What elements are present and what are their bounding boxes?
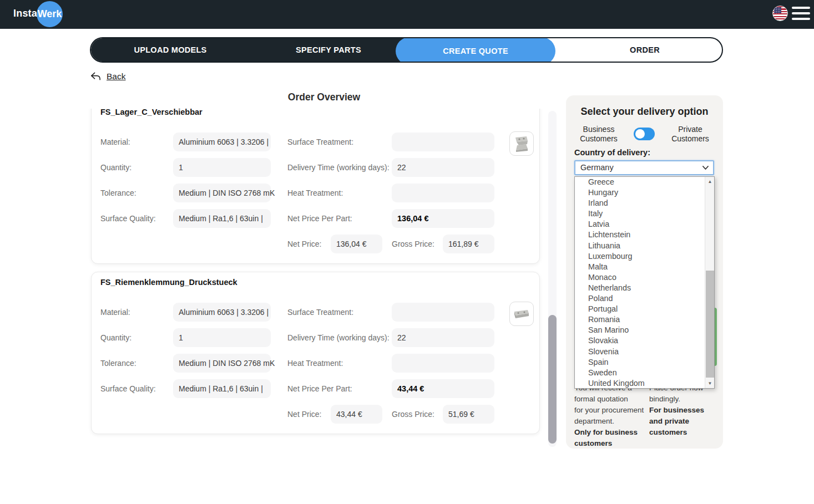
gross-price-label: Gross Price:: [392, 405, 434, 424]
back-arrow-icon: [90, 71, 102, 82]
brand-text-werk: Werk: [38, 8, 62, 19]
flag-canton: [774, 7, 781, 13]
country-option[interactable]: Spain: [575, 357, 705, 368]
part-thumbnail[interactable]: [509, 131, 534, 156]
quantity-label: Quantity:: [100, 158, 132, 177]
material-label: Material:: [100, 133, 130, 151]
info-line: and private: [649, 416, 716, 427]
surface-treatment-field[interactable]: [392, 133, 494, 151]
info-line: For businesses: [649, 405, 716, 416]
country-option[interactable]: Monaco: [575, 272, 705, 283]
gross-price-value: 161,89 €: [443, 235, 494, 253]
tolerance-field[interactable]: Medium | DIN ISO 2768 mK: [173, 354, 271, 373]
order-info-text: Place order nowbindingly.For businessesa…: [649, 383, 716, 438]
country-option[interactable]: Netherlands: [575, 283, 705, 293]
country-option[interactable]: United Kingdom: [575, 378, 705, 388]
info-line: customers: [574, 438, 648, 449]
heat-treatment-label: Heat Treatment:: [287, 184, 343, 202]
part-thumbnail-image: [512, 304, 531, 323]
delivery-panel-title: Select your delivery option: [566, 106, 723, 118]
country-option[interactable]: San Marino: [575, 325, 705, 335]
gross-price-value: 51,69 €: [443, 405, 494, 424]
part-card: FS_Lager_C_Verschiebbar Material: Alumin…: [91, 109, 540, 264]
country-option[interactable]: Greece: [575, 177, 705, 187]
parts-scrollbar-thumb[interactable]: [548, 315, 557, 444]
country-option[interactable]: Slovenia: [575, 347, 705, 357]
delivery-time-value: 22: [392, 158, 494, 177]
brand-circle: Werk: [37, 1, 63, 27]
tab-upload-models[interactable]: UPLOAD MODELS: [115, 38, 226, 62]
part-name: FS_Lager_C_Verschiebbar: [100, 109, 203, 116]
tab-create-quote-label: CREATE QUOTE: [396, 37, 555, 63]
page-title: Order Overview: [91, 91, 557, 103]
delivery-time-label: Delivery Time (working days):: [287, 158, 390, 177]
surface-treatment-label: Surface Treatment:: [287, 133, 353, 151]
delivery-time-label: Delivery Time (working days):: [287, 328, 390, 347]
surface-treatment-label: Surface Treatment:: [287, 303, 353, 322]
surface-quality-field[interactable]: Medium | Ra1,6 | 63uin |: [173, 379, 271, 398]
quotation-info-text: You will receive aformal quotationfor yo…: [574, 383, 648, 449]
tab-specify-parts[interactable]: SPECIFY PARTS: [273, 38, 384, 62]
business-customers-label: Business Customers: [573, 125, 624, 144]
dropdown-scrollbar-thumb[interactable]: [706, 271, 714, 378]
net-price-per-part-label: Net Price Per Part:: [287, 209, 352, 228]
country-option[interactable]: Malta: [575, 262, 705, 272]
hamburger-menu-icon[interactable]: [792, 7, 810, 22]
country-option[interactable]: Sweden: [575, 368, 705, 378]
country-option-list: GreeceHungaryIrlandItalyLatviaLichtenste…: [575, 177, 705, 388]
delivery-option-panel: Select your delivery option Business Cus…: [566, 95, 723, 449]
country-option[interactable]: Hungary: [575, 187, 705, 198]
info-line: customers: [649, 427, 716, 438]
brand-text-insta: Insta: [13, 8, 37, 19]
material-label: Material:: [100, 303, 130, 322]
parts-scrollbar[interactable]: [548, 111, 557, 447]
heat-treatment-field[interactable]: [392, 184, 494, 202]
step-navigation: UPLOAD MODELS SPECIFY PARTS CREATE QUOTE…: [90, 37, 723, 63]
country-option[interactable]: Poland: [575, 293, 705, 304]
country-option[interactable]: Latvia: [575, 219, 705, 230]
country-selected-value: Germany: [580, 163, 614, 172]
country-option[interactable]: Slovakia: [575, 335, 705, 346]
parts-list: FS_Lager_C_Verschiebbar Material: Alumin…: [83, 109, 549, 448]
country-option[interactable]: Italy: [575, 208, 705, 219]
customer-type-toggle[interactable]: [634, 128, 655, 140]
info-line: bindingly.: [649, 394, 716, 405]
country-option[interactable]: Lithuania: [575, 241, 705, 251]
app-header: Insta Werk: [0, 0, 814, 29]
tolerance-label: Tolerance:: [100, 184, 136, 202]
heat-treatment-field[interactable]: [392, 354, 494, 373]
country-select[interactable]: Germany: [574, 160, 714, 175]
surface-treatment-field[interactable]: [392, 303, 494, 322]
net-price-per-part-label: Net Price Per Part:: [287, 379, 352, 398]
page: Insta Werk UPLOAD MODELS SPECIFY PARTS C…: [0, 0, 814, 504]
info-line: department.: [574, 416, 648, 427]
net-price-per-part-value: 43,44 €: [392, 379, 494, 398]
language-flag-icon[interactable]: [772, 6, 788, 21]
delivery-time-value: 22: [392, 328, 494, 347]
scroll-up-icon[interactable]: ▲: [705, 177, 715, 186]
part-card: FS_Riemenklemmung_Druckstueck Material: …: [91, 272, 540, 434]
country-option[interactable]: Irland: [575, 198, 705, 208]
part-thumbnail[interactable]: [509, 302, 534, 326]
surface-quality-label: Surface Quality:: [100, 209, 156, 228]
net-price-value: 43,44 €: [331, 405, 382, 424]
scroll-down-icon[interactable]: ▼: [705, 379, 715, 388]
quantity-field[interactable]: 1: [173, 328, 271, 347]
info-line: Only for business: [574, 427, 648, 438]
quantity-field[interactable]: 1: [173, 158, 271, 177]
tab-order[interactable]: ORDER: [589, 38, 700, 62]
surface-quality-field[interactable]: Medium | Ra1,6 | 63uin |: [173, 209, 271, 228]
tab-create-quote-active[interactable]: CREATE QUOTE: [396, 37, 555, 63]
back-button[interactable]: Back: [90, 71, 125, 82]
country-option[interactable]: Romania: [575, 314, 705, 325]
tolerance-field[interactable]: Medium | DIN ISO 2768 mK: [173, 184, 271, 202]
private-customers-label: Private Customers: [665, 125, 716, 144]
gross-price-label: Gross Price:: [392, 235, 434, 253]
chevron-down-icon: [702, 164, 709, 171]
country-option[interactable]: Lichtenstein: [575, 230, 705, 240]
country-option[interactable]: Luxembourg: [575, 251, 705, 262]
material-field[interactable]: Aluminium 6063 | 3.3206 |: [173, 133, 271, 151]
country-option[interactable]: Portugal: [575, 304, 705, 314]
dropdown-scrollbar[interactable]: ▲ ▼: [705, 177, 714, 388]
material-field[interactable]: Aluminium 6063 | 3.3206 |: [173, 303, 271, 322]
